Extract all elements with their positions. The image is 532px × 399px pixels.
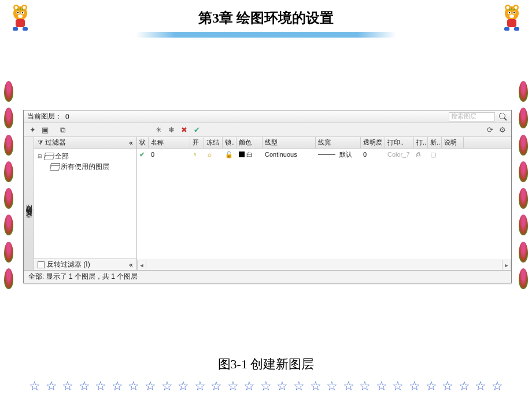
- star-icon: ☆: [161, 379, 173, 394]
- current-layer-label: 当前图层：: [27, 112, 62, 121]
- layer-transparency[interactable]: 0: [361, 151, 385, 158]
- svg-point-17: [515, 6, 518, 9]
- star-icon: ☆: [343, 379, 354, 394]
- svg-point-9: [18, 14, 23, 18]
- layer-lineweight[interactable]: 默认: [316, 150, 361, 159]
- tree-root[interactable]: ⊟ 全部: [38, 151, 133, 161]
- new-layer-icon[interactable]: ✳: [153, 125, 164, 135]
- color-name: 白: [246, 150, 253, 159]
- search-layer-input[interactable]: 搜索图层: [449, 112, 495, 121]
- title-underline: [136, 32, 396, 38]
- col-lock[interactable]: 锁..: [223, 137, 237, 148]
- refresh-icon[interactable]: ⟳: [485, 125, 495, 135]
- star-icon: ☆: [475, 379, 486, 394]
- expand-minus-icon[interactable]: ⊟: [38, 153, 42, 159]
- layer-row[interactable]: ✔ 0 ♀ ☼ 🔓 白 Continuous 默认 0 Color_7: [137, 149, 511, 160]
- filter-panel: ⧩ 过滤器 « ⊟ 全部 所有使用的图层 反转过滤器: [34, 137, 137, 270]
- col-linetype[interactable]: 线型: [263, 137, 316, 148]
- col-plot[interactable]: 打..: [414, 137, 428, 148]
- filter-icon: ⧩: [38, 139, 43, 146]
- figure-caption: 图3-1 创建新图层: [0, 356, 532, 373]
- layer-name[interactable]: 0: [149, 151, 190, 158]
- col-status[interactable]: 状: [137, 137, 149, 148]
- col-name[interactable]: 名称: [149, 137, 190, 148]
- star-icon: ☆: [492, 379, 503, 394]
- star-icon: ☆: [426, 379, 437, 394]
- unlock-icon[interactable]: 🔓: [225, 151, 233, 158]
- status-text: 全部: 显示了 1 个图层，共 1 个图层: [28, 272, 138, 282]
- search-placeholder: 搜索图层: [451, 112, 476, 121]
- set-current-icon[interactable]: ✔: [191, 125, 202, 135]
- star-icon: ☆: [46, 379, 57, 394]
- star-icon: ☆: [79, 379, 90, 394]
- new-layer-freeze-icon[interactable]: ❄: [166, 125, 176, 135]
- star-icon: ☆: [260, 379, 272, 394]
- star-icon: ☆: [376, 379, 387, 394]
- search-icon[interactable]: [498, 112, 508, 121]
- collapse-filter-icon[interactable]: «: [129, 139, 133, 147]
- svg-point-7: [17, 12, 19, 13]
- dialog-sidebar-title: 图层特性管理器: [24, 137, 34, 270]
- star-icon: ☆: [392, 379, 404, 394]
- star-icon: ☆: [310, 379, 322, 394]
- col-color[interactable]: 颜色: [237, 137, 263, 148]
- layers-icon: [50, 163, 58, 170]
- star-icon: ☆: [210, 379, 222, 394]
- col-on[interactable]: 开: [190, 137, 204, 148]
- svg-rect-12: [23, 27, 28, 31]
- new-filter-icon[interactable]: ✦: [27, 125, 38, 135]
- star-icon: ☆: [442, 379, 453, 394]
- tree-root-label: 全部: [55, 152, 69, 161]
- col-new[interactable]: 新..: [428, 137, 442, 148]
- invert-filter-label: 反转过滤器 (I): [47, 260, 90, 269]
- star-icon: ☆: [128, 379, 139, 394]
- star-icon: ☆: [409, 379, 420, 394]
- tree-child[interactable]: 所有使用的图层: [38, 161, 133, 172]
- filter-tree: ⊟ 全部 所有使用的图层: [34, 149, 136, 258]
- col-freeze[interactable]: 冻结: [204, 137, 223, 148]
- bulb-on-icon[interactable]: ♀: [193, 151, 197, 158]
- layer-states-icon[interactable]: ⧉: [57, 125, 68, 135]
- sun-thaw-icon[interactable]: ☼: [206, 151, 212, 158]
- svg-point-4: [23, 6, 26, 9]
- star-icon: ☆: [459, 379, 470, 394]
- star-divider: ☆☆☆☆☆☆☆☆☆☆☆☆☆☆☆☆☆☆☆☆☆☆☆☆☆☆☆☆☆: [29, 379, 503, 394]
- current-layer-value: 0: [65, 113, 69, 121]
- layer-color-cell[interactable]: 白: [237, 150, 263, 159]
- svg-point-22: [509, 14, 514, 18]
- col-transparency[interactable]: 透明度: [361, 137, 385, 148]
- dialog-status-bar: 全部: 显示了 1 个图层，共 1 个图层: [24, 270, 511, 283]
- delete-layer-icon[interactable]: ✖: [179, 125, 189, 135]
- star-icon: ☆: [227, 379, 239, 394]
- svg-point-21: [513, 12, 515, 13]
- collapse-invert-icon[interactable]: «: [129, 261, 133, 269]
- svg-point-20: [509, 12, 510, 13]
- scroll-left-icon[interactable]: ◄: [137, 260, 146, 270]
- svg-rect-10: [16, 19, 25, 27]
- layer-list-scrollbar[interactable]: ◄ ►: [137, 260, 511, 270]
- svg-rect-11: [13, 27, 18, 31]
- star-icon: ☆: [178, 379, 189, 394]
- settings-icon[interactable]: ⚙: [497, 125, 508, 135]
- floral-border-right: [518, 81, 529, 289]
- invert-filter-checkbox[interactable]: [38, 261, 45, 268]
- star-icon: ☆: [112, 379, 123, 394]
- scroll-right-icon[interactable]: ►: [502, 260, 511, 270]
- star-icon: ☆: [95, 379, 106, 394]
- dialog-toolbar: ✦ ▣ ⧉ ✳ ❄ ✖ ✔ ⟳ ⚙: [24, 123, 511, 137]
- col-plotstyle[interactable]: 打印..: [385, 137, 414, 148]
- new-vp-freeze-icon[interactable]: ▢: [430, 151, 436, 158]
- col-description[interactable]: 说明: [442, 137, 464, 148]
- page-title: 第3章 绘图环境的设置: [0, 0, 532, 27]
- dialog-titlebar: 当前图层： 0 搜索图层: [24, 110, 511, 123]
- color-swatch: [239, 152, 245, 157]
- layer-linetype[interactable]: Continuous: [263, 151, 316, 158]
- star-icon: ☆: [194, 379, 206, 394]
- svg-point-8: [22, 12, 23, 13]
- svg-rect-24: [504, 27, 509, 31]
- col-lineweight[interactable]: 线宽: [316, 137, 361, 148]
- new-group-filter-icon[interactable]: ▣: [40, 125, 50, 135]
- current-check-icon: ✔: [139, 151, 145, 158]
- star-icon: ☆: [62, 379, 73, 394]
- printer-icon[interactable]: ⎙: [416, 151, 420, 158]
